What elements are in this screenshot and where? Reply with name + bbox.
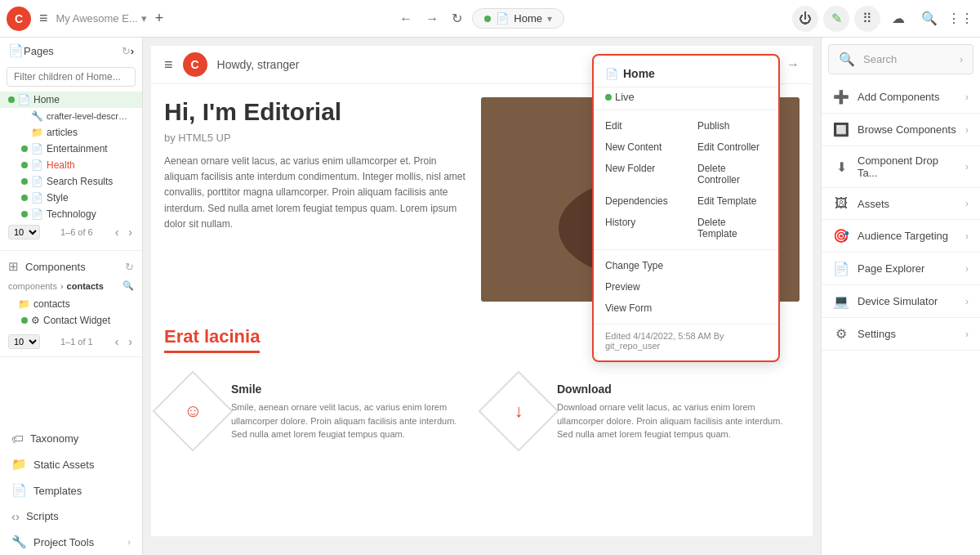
breadcrumb[interactable]: 📄 Home ▾ — [472, 8, 564, 29]
list-item[interactable]: 📄 Home — [0, 92, 142, 108]
comp-page-info-text: 1–1 of 1 — [47, 337, 107, 347]
article-excerpt: Aenean ornare velit lacus, ac varius eni… — [164, 154, 468, 232]
list-item[interactable]: 📄 Technology — [0, 206, 142, 221]
right-panel-device-simulator[interactable]: 💻 Device Simulator › — [822, 285, 980, 318]
sidebar-item-static-assets[interactable]: 📁 Static Assets — [0, 451, 142, 477]
device-simulator-label: Device Simulator — [858, 295, 957, 307]
power-button[interactable]: ⏻ — [792, 6, 818, 32]
context-new-content-item[interactable]: New Content — [594, 138, 686, 156]
list-item[interactable]: 📄 Search Results — [0, 173, 142, 190]
page-icon: 📄 — [31, 192, 43, 204]
right-panel-page-explorer[interactable]: 📄 Page Explorer › — [822, 253, 980, 285]
context-edit-template-item[interactable]: Edit Template — [686, 192, 778, 210]
right-panel-audience-targeting[interactable]: 🎯 Audience Targeting › — [822, 220, 980, 253]
context-publish-item[interactable]: Publish — [686, 117, 778, 135]
pages-refresh-icon[interactable]: ↻ — [122, 45, 131, 57]
app-logo: C — [7, 7, 31, 31]
card-download-icon-wrapper: ↓ — [479, 371, 559, 452]
pages-chevron-icon: › — [131, 45, 134, 57]
page-icon: 📄 — [31, 143, 43, 154]
context-preview-item[interactable]: Preview — [594, 278, 778, 296]
context-edit-item[interactable]: Edit — [594, 117, 686, 135]
sidebar-item-scripts[interactable]: ‹› Scripts — [0, 504, 142, 529]
context-delete-controller-item[interactable]: Delete Controller — [686, 159, 778, 189]
pages-icon: 📄 — [8, 43, 24, 58]
context-delete-template-item[interactable]: Delete Template — [686, 213, 778, 243]
context-new-folder-item[interactable]: New Folder — [594, 159, 686, 189]
list-item[interactable]: 📁 contacts — [0, 296, 142, 312]
breadcrumb-chevron-icon: ▾ — [547, 13, 552, 25]
audience-targeting-chevron-icon: › — [965, 231, 969, 242]
grid-button[interactable]: ⠿ — [854, 6, 880, 32]
sidebar-item-templates[interactable]: 📄 Templates — [0, 477, 142, 504]
component-name: contacts — [33, 298, 70, 310]
scripts-icon: ‹› — [11, 509, 20, 523]
pages-filter-input[interactable] — [7, 67, 136, 87]
apps-button[interactable]: ⋮⋮ — [947, 6, 973, 32]
status-dot — [21, 162, 28, 168]
right-panel-search[interactable]: 🔍 Search › — [828, 44, 973, 74]
content-hamburger-icon[interactable]: ≡ — [164, 56, 173, 74]
settings-icon: ⚙ — [833, 326, 849, 342]
components-panel-header[interactable]: ⊞ Components ↻ — [0, 254, 142, 279]
edit-button[interactable]: ✎ — [823, 6, 849, 32]
context-history-item[interactable]: History — [594, 213, 686, 243]
search-icon: 🔍 — [839, 51, 855, 67]
add-button[interactable]: + — [152, 7, 167, 30]
pages-panel-header[interactable]: 📄 Pages ↻ › — [0, 38, 142, 64]
nav-forward-button[interactable]: → — [421, 8, 443, 29]
right-panel-add-components[interactable]: ➕ Add Components › — [822, 81, 980, 114]
nav-back-button[interactable]: ← — [394, 8, 417, 29]
cloud-button[interactable]: ☁ — [885, 6, 911, 32]
context-view-form-item[interactable]: View Form — [594, 299, 778, 317]
components-panel: ⊞ Components ↻ components › contacts 🔍 📁… — [0, 251, 142, 357]
audience-targeting-label: Audience Targeting — [858, 230, 957, 242]
sidebar-item-taxonomy[interactable]: 🏷 Taxonomy — [0, 426, 142, 451]
right-panel-assets[interactable]: 🖼 Assets › — [822, 188, 980, 220]
list-item[interactable]: 📄 Entertainment — [0, 141, 142, 157]
card-content: Download Download ornare velit lacus, ac… — [557, 383, 800, 441]
right-panel-component-drop-ta[interactable]: ⬇ Component Drop Ta... › — [822, 146, 980, 188]
page-icon: 📄 — [31, 208, 43, 220]
templates-icon: 📄 — [11, 483, 27, 498]
next-page-button[interactable]: › — [127, 224, 134, 240]
list-item[interactable]: 📄 Style — [0, 190, 142, 206]
search-button[interactable]: 🔍 — [916, 6, 942, 32]
context-edit-controller-item[interactable]: Edit Controller — [686, 138, 778, 156]
comp-next-page-button[interactable]: › — [127, 333, 134, 350]
component-drop-chevron-icon: › — [965, 161, 969, 172]
context-dependencies-item[interactable]: Dependencies — [594, 192, 686, 210]
project-name[interactable]: My Awesome E... ▾ — [56, 12, 147, 25]
breadcrumb-root[interactable]: components — [8, 281, 57, 291]
list-item[interactable]: 📄 Health — [0, 157, 142, 173]
left-sidebar: 📄 Pages ↻ › 📄 Home 🔧 crafter-level-d — [0, 38, 143, 555]
components-refresh-icon[interactable]: ↻ — [125, 261, 134, 273]
right-panel-browse-components[interactable]: 🔲 Browse Components › — [822, 114, 980, 146]
nav-refresh-button[interactable]: ↻ — [447, 7, 467, 29]
context-menu-row: New Folder Delete Controller — [594, 158, 778, 190]
list-item[interactable]: 🔧 crafter-level-descriptor.level.... — [0, 108, 142, 124]
page-name: articles — [47, 127, 78, 138]
components-search-icon[interactable]: 🔍 — [122, 280, 134, 291]
page-icon: 📄 — [31, 159, 43, 171]
comp-per-page-select[interactable]: 10 — [8, 334, 40, 349]
component-drop-icon: ⬇ — [833, 159, 849, 175]
article-text: Hi, I'm Editorial by HTML5 UP Aenean orn… — [164, 97, 468, 302]
component-drop-label: Component Drop Ta... — [858, 154, 957, 179]
sidebar-item-project-tools[interactable]: 🔧 Project Tools › — [0, 529, 142, 555]
content-inner: ≡ C Howdy, stranger Options → Hi, I'm Ed… — [151, 46, 813, 536]
card-item: ↓ Download Download ornare velit lacus, … — [490, 383, 800, 441]
prev-page-button[interactable]: ‹ — [114, 224, 121, 240]
context-change-type-item[interactable]: Change Type — [594, 257, 778, 275]
breadcrumb-child[interactable]: contacts — [67, 281, 104, 291]
status-dot — [21, 195, 28, 201]
page-icon: 🔧 — [31, 110, 43, 122]
per-page-select[interactable]: 10 — [8, 225, 40, 239]
hamburger-menu-icon[interactable]: ≡ — [36, 7, 51, 30]
list-item[interactable]: ⚙ Contact Widget — [0, 312, 142, 329]
page-name: Style — [47, 192, 69, 204]
list-item[interactable]: 📁 articles — [0, 124, 142, 141]
right-panel-settings[interactable]: ⚙ Settings › — [822, 318, 980, 351]
components-pagination: 10 1–1 of 1 ‹ › — [0, 330, 142, 353]
comp-prev-page-button[interactable]: ‹ — [114, 333, 121, 350]
